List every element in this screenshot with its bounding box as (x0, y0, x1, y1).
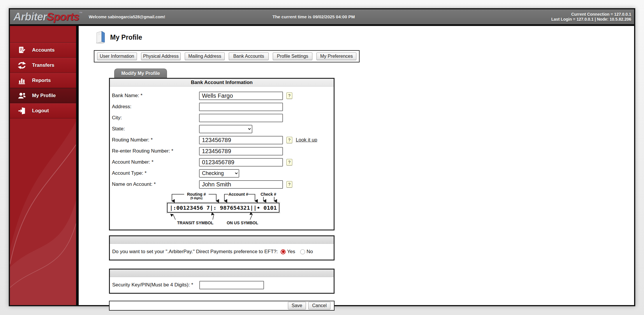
routing-number-input[interactable] (199, 136, 283, 144)
sidebar-item-accounts[interactable]: Accounts (10, 43, 76, 58)
form-row-account-number: Account Number: * ? (112, 157, 334, 168)
logo-sports: Sports (47, 11, 79, 23)
sidebar-item-label: Reports (32, 78, 51, 83)
logo-trademark: ™ (79, 11, 82, 15)
reports-icon (17, 76, 26, 85)
book-icon (94, 31, 106, 44)
desktop-background: ArbiterSports™ Welcome sabinogarcia528@g… (0, 0, 644, 315)
account-number-input[interactable] (199, 158, 283, 167)
sidebar-item-my-profile[interactable]: My Profile (10, 88, 76, 103)
reenter-routing-number-label: Re-enter Routing Number: * (112, 148, 199, 154)
check-number-diagram-label: Check # (261, 192, 276, 197)
sidebar-swirl-decoration (10, 113, 76, 305)
form-row-state: State: (112, 123, 334, 134)
form-row-name-on-account: Name on Account: * ? (112, 179, 334, 190)
sidebar-item-transfers[interactable]: Transfers (10, 58, 76, 73)
eft-no-radio[interactable] (300, 249, 305, 254)
help-icon[interactable]: ? (286, 92, 292, 99)
transit-symbol-label: TRANSIT SYMBOL (177, 220, 214, 225)
sidebar-item-reports[interactable]: Reports (10, 73, 76, 88)
look-it-up-link[interactable]: Look it up (296, 137, 317, 143)
form-row-routing-number: Routing Number: * ? Look it up (112, 134, 334, 146)
app-body: Accounts Transfers (10, 26, 634, 305)
arbitersports-logo: ArbiterSports™ (13, 11, 82, 22)
sidebar-item-label: My Profile (32, 93, 56, 99)
app-window: ArbiterSports™ Welcome sabinogarcia528@g… (9, 8, 635, 306)
state-label: State: (112, 126, 199, 132)
connection-info: Current Connection = 127.0.0.1 Last Logi… (551, 12, 631, 22)
sidebar-top-spacer (10, 26, 76, 43)
tab-mailing-address[interactable]: Mailing Address (185, 52, 225, 60)
form-row-account-type: Account Type: * Checking (112, 168, 334, 179)
sidebar-item-label: Accounts (32, 47, 54, 53)
eft-section-header-strip (110, 236, 334, 244)
form-actions-bar: Save Cancel (109, 301, 335, 311)
on-us-symbol-label: ON US SYMBOL (227, 220, 258, 225)
eft-yes-label: Yes (287, 249, 295, 255)
eft-question-row: Do you want to set your ".ArbiterPay." D… (110, 244, 334, 260)
save-button[interactable]: Save (288, 302, 306, 309)
tab-profile-settings[interactable]: Profile Settings (273, 52, 313, 60)
my-profile-icon (17, 91, 26, 100)
security-key-input[interactable] (199, 281, 264, 289)
bank-account-form: Bank Account Information Bank Name: * ? … (109, 78, 335, 230)
account-type-select[interactable]: Checking (199, 169, 239, 178)
address-input[interactable] (199, 103, 283, 111)
reenter-routing-number-input[interactable] (199, 147, 283, 155)
sidebar: Accounts Transfers (10, 26, 79, 305)
sidebar-item-label: Logout (32, 108, 49, 114)
eft-question-text: Do you want to set your ".ArbiterPay." D… (112, 249, 278, 255)
page-title-row: My Profile (94, 31, 634, 44)
state-select[interactable] (199, 125, 252, 133)
sidebar-item-label: Transfers (32, 62, 54, 68)
logout-icon (17, 106, 26, 115)
city-input[interactable] (199, 114, 283, 122)
help-icon[interactable]: ? (286, 137, 292, 143)
tab-bank-accounts[interactable]: Bank Accounts (229, 52, 269, 60)
account-number-diagram-label: Account # (228, 192, 248, 197)
transfers-icon (17, 61, 26, 70)
help-icon[interactable]: ? (286, 159, 292, 165)
app-header: ArbiterSports™ Welcome sabinogarcia528@g… (10, 9, 634, 26)
security-key-section: Security Key/PIN(Must be 4 Digits): * (109, 269, 335, 294)
current-time-text: The current time is 09/02/2025 04:00 PM (272, 14, 355, 19)
welcome-text: Welcome sabinogarcia528@gmail.com! (89, 15, 165, 19)
bank-name-label: Bank Name: * (112, 93, 199, 99)
help-icon[interactable]: ? (286, 181, 292, 188)
main-content: My Profile User Information Physical Add… (79, 26, 634, 305)
accounts-icon (17, 46, 26, 55)
page-title: My Profile (110, 34, 142, 41)
tab-physical-address[interactable]: Physical Address (141, 52, 181, 60)
modify-my-profile-tab[interactable]: Modify My Profile (114, 69, 167, 78)
logo-arbiter: Arbiter (13, 11, 47, 23)
check-sample-diagram: Routing # (9 digits) Account # Check # (166, 191, 334, 227)
bank-account-form-rows: Bank Name: * ? Address: City: (110, 87, 334, 190)
routing-number-label: Routing Number: * (112, 137, 199, 143)
bank-name-input[interactable] (199, 92, 283, 100)
tab-my-preferences[interactable]: My Preferences (316, 52, 356, 60)
routing-digits-diagram-label: (9 digits) (190, 197, 203, 200)
last-login-text: Last Login = 127.0.0.1 | Node: 10.5.82.2… (551, 17, 631, 22)
name-on-account-label: Name on Account: * (112, 181, 199, 187)
city-label: City: (112, 115, 199, 121)
form-row-city: City: (112, 112, 334, 123)
address-label: Address: (112, 104, 199, 110)
security-key-label: Security Key/PIN(Must be 4 Digits): * (112, 282, 199, 288)
tab-user-information[interactable]: User Information (97, 52, 137, 60)
account-type-label: Account Type: * (112, 170, 199, 176)
bank-account-form-header: Bank Account Information (110, 79, 334, 87)
sidebar-item-logout[interactable]: Logout (10, 103, 76, 118)
routing-number-diagram-label: Routing # (187, 192, 206, 197)
micr-line-text: |:00123456 7|: 987654321||• 0101 (170, 205, 277, 211)
current-connection-text: Current Connection = 127.0.0.1 (551, 12, 631, 17)
eft-radio-group: Yes No (281, 249, 316, 255)
eft-no-label: No (307, 249, 313, 255)
name-on-account-input[interactable] (199, 180, 283, 189)
cancel-button[interactable]: Cancel (308, 302, 330, 309)
account-number-label: Account Number: * (112, 159, 199, 165)
eft-preference-section: Do you want to set your ".ArbiterPay." D… (109, 235, 335, 260)
security-key-row: Security Key/PIN(Must be 4 Digits): * (110, 277, 334, 293)
form-row-reenter-routing-number: Re-enter Routing Number: * (112, 146, 334, 157)
eft-yes-radio[interactable] (281, 249, 286, 254)
form-row-bank-name: Bank Name: * ? (112, 90, 334, 101)
